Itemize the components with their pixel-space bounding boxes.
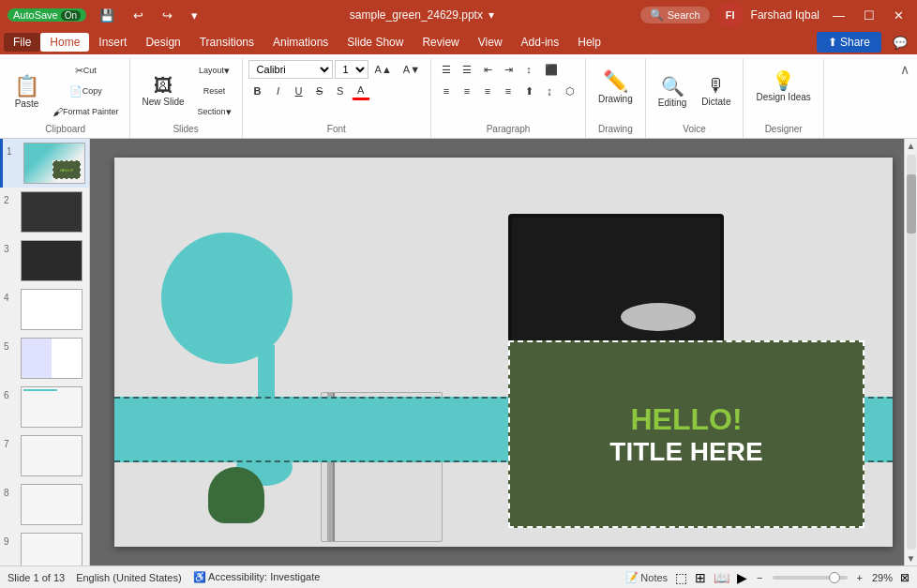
cut-button[interactable]: ✂ Cut	[48, 61, 124, 80]
slide-thumb-4[interactable]: 4	[0, 285, 89, 334]
save-button[interactable]: 💾	[94, 7, 120, 24]
slideshow-button[interactable]: ▶	[737, 570, 747, 585]
menu-animations[interactable]: Animations	[263, 33, 338, 52]
drawing-button[interactable]: ✏️ Drawing	[592, 60, 639, 113]
slide-thumb-8[interactable]: 8	[0, 480, 89, 529]
close-button[interactable]: ✕	[888, 7, 909, 24]
menu-review[interactable]: Review	[413, 33, 468, 52]
design-ideas-icon: 💡	[772, 69, 795, 92]
increase-font-button[interactable]: A▲	[370, 60, 397, 79]
scroll-up-button[interactable]: ▲	[905, 139, 917, 153]
scrollbar-thumb[interactable]	[907, 174, 916, 234]
align-right-button[interactable]: ≡	[478, 82, 497, 100]
slide-thumb-2[interactable]: 2	[0, 188, 89, 236]
filename-dropdown[interactable]: ▾	[489, 8, 494, 22]
slide-sorter-button[interactable]: ⊞	[695, 570, 706, 585]
zoom-slider[interactable]	[773, 576, 848, 580]
comments-button[interactable]: 💬	[887, 34, 913, 52]
vertical-scrollbar[interactable]: ▲ ▼	[904, 139, 917, 565]
font-row2: B I U S S A	[248, 82, 425, 100]
strikethrough-button[interactable]: S	[310, 82, 329, 100]
justify-button[interactable]: ≡	[499, 82, 518, 100]
menu-file[interactable]: File	[4, 33, 40, 52]
collapse-ribbon-button[interactable]: ∧	[896, 60, 913, 79]
minimize-button[interactable]: —	[827, 7, 850, 24]
section-button[interactable]: Section ▾	[193, 102, 236, 121]
indent-less-button[interactable]: ⇤	[478, 60, 497, 79]
editing-button[interactable]: 🔍 Editing	[652, 65, 694, 117]
customize-qat-button[interactable]: ▾	[186, 7, 203, 24]
paste-icon: 📋	[14, 74, 39, 98]
align-center-button[interactable]: ≡	[458, 82, 476, 100]
design-ideas-button[interactable]: 💡 Design Ideas	[749, 60, 817, 113]
shadow-button[interactable]: S	[331, 82, 350, 100]
font-size-select[interactable]: 18	[335, 60, 368, 79]
slides-controls: 🖼 New Slide Layout ▾ Reset Section ▾	[136, 60, 236, 122]
autosave-toggle[interactable]: AutoSave On	[8, 8, 86, 22]
new-slide-button[interactable]: 🖼 New Slide	[136, 65, 191, 117]
underline-button[interactable]: U	[290, 82, 308, 100]
zoom-minus[interactable]: −	[755, 572, 764, 583]
columns-button[interactable]: ⬛	[540, 60, 563, 79]
numbering-button[interactable]: ☰	[458, 60, 476, 79]
align-left-button[interactable]: ≡	[437, 82, 456, 100]
menu-slideshow[interactable]: Slide Show	[338, 33, 413, 52]
decrease-font-button[interactable]: A▼	[398, 60, 425, 79]
ribbon-group-drawing: ✏️ Drawing Drawing	[586, 58, 646, 138]
slide-thumb-9[interactable]: 9	[0, 529, 89, 565]
clipboard-controls: 📋 Paste ✂ Cut 📄 Copy 🖌 Format Painter	[8, 60, 124, 122]
font-color-button[interactable]: A	[352, 82, 370, 100]
reading-view-button[interactable]: 📖	[714, 570, 729, 585]
text-direction-button[interactable]: ⬆	[519, 82, 538, 100]
slide-preview-7	[21, 435, 83, 476]
align-text-button[interactable]: ↨	[540, 82, 559, 100]
reset-button[interactable]: Reset	[193, 82, 236, 100]
slide-preview-8	[21, 484, 83, 525]
font-label: Font	[327, 122, 346, 136]
menu-insert[interactable]: Insert	[89, 33, 136, 52]
menu-home[interactable]: Home	[40, 33, 89, 52]
slide-thumb-6[interactable]: 6	[0, 383, 89, 431]
italic-button[interactable]: I	[269, 82, 288, 100]
maximize-button[interactable]: ☐	[858, 7, 880, 24]
format-painter-button[interactable]: 🖌 Format Painter	[48, 102, 124, 121]
zoom-plus[interactable]: +	[855, 572, 864, 583]
slide-preview-9	[21, 533, 83, 565]
accessibility-info: ♿ Accessibility: Investigate	[193, 571, 321, 583]
menu-addins[interactable]: Add-ins	[512, 33, 569, 52]
scroll-down-button[interactable]: ▼	[905, 551, 917, 565]
menu-transitions[interactable]: Transitions	[190, 33, 263, 52]
undo-button[interactable]: ↩	[128, 7, 149, 24]
font-row1: Calibri 18 A▲ A▼	[248, 60, 425, 79]
slide-thumb-3[interactable]: 3	[0, 236, 89, 285]
dictate-button[interactable]: 🎙 Dictate	[695, 65, 737, 117]
copy-button[interactable]: 📄 Copy	[48, 82, 124, 100]
menu-help[interactable]: Help	[568, 33, 610, 52]
slide-thumb-5[interactable]: 5	[0, 334, 89, 383]
bullets-button[interactable]: ☰	[437, 60, 456, 79]
normal-view-button[interactable]: ⬚	[675, 570, 687, 585]
zoom-thumb	[829, 572, 840, 583]
accessibility-icon: ♿	[193, 571, 208, 582]
bold-button[interactable]: B	[248, 82, 267, 100]
smartart-button[interactable]: ⬡	[561, 82, 579, 100]
paste-button[interactable]: 📋 Paste	[8, 63, 46, 119]
slide-canvas[interactable]: HELLO! TITLE HERE	[114, 158, 893, 547]
search-bar[interactable]: 🔍 Search	[640, 7, 710, 23]
share-button[interactable]: ⬆ Share	[817, 32, 881, 53]
font-name-select[interactable]: Calibri	[248, 60, 333, 79]
redo-button[interactable]: ↪	[157, 7, 178, 24]
paragraph-controls: ☰ ☰ ⇤ ⇥ ↕ ⬛ ≡ ≡ ≡ ≡ ⬆ ↨ ⬡	[437, 60, 579, 100]
indent-more-button[interactable]: ⇥	[499, 60, 518, 79]
slide-thumb-7[interactable]: 7	[0, 431, 89, 480]
slide-thumb-1[interactable]: 1 HELLO	[0, 139, 89, 188]
slide-preview-4	[21, 289, 83, 330]
line-spacing-button[interactable]: ↕	[519, 60, 538, 79]
fit-slide-button[interactable]: ⊠	[900, 571, 909, 584]
menu-view[interactable]: View	[469, 33, 512, 52]
menu-design[interactable]: Design	[136, 33, 189, 52]
notes-button[interactable]: 📝 Notes	[625, 571, 668, 583]
layout-button[interactable]: Layout ▾	[193, 61, 236, 80]
title-bar-left: AutoSave On 💾 ↩ ↪ ▾	[8, 7, 203, 24]
title-green-box[interactable]: HELLO! TITLE HERE	[508, 340, 864, 528]
